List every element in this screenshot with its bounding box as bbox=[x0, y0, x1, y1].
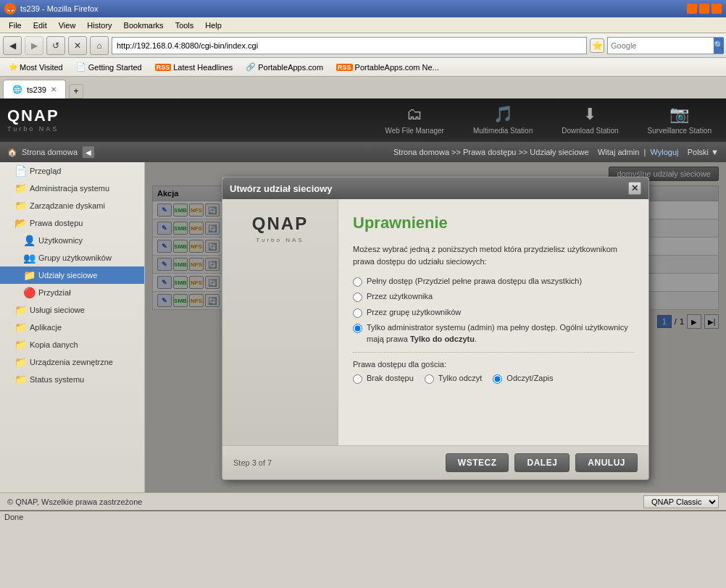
home-button[interactable]: ⌂ bbox=[90, 36, 109, 55]
qnap-header: QNAP Turbo NAS 🗂 Web File Manager 🎵 Mult… bbox=[0, 98, 726, 142]
sidebar-item-urzadzenia[interactable]: 📁 Urządzenia zewnętrzne bbox=[0, 353, 144, 371]
option-full-access: Pełny dostęp (Przydziel pełne prawa dost… bbox=[353, 276, 634, 287]
minimize-btn[interactable] bbox=[687, 4, 697, 14]
tab-ts239[interactable]: 🌐 ts239 ✕ bbox=[3, 80, 66, 98]
radio-admin-only[interactable] bbox=[353, 324, 362, 333]
modal-close-btn[interactable]: ✕ bbox=[628, 182, 641, 195]
language-selector[interactable]: Polski bbox=[688, 148, 709, 156]
logo-tagline: Turbo NAS bbox=[7, 125, 59, 133]
content-area: domyślne udziały sieciowe Akcja bbox=[145, 162, 726, 492]
main-layout: 📄 Przegląd 📁 Administracja systemu 📁 Zar… bbox=[0, 162, 726, 492]
radio-by-user[interactable] bbox=[353, 293, 362, 302]
radio-full-access[interactable] bbox=[353, 277, 362, 287]
modal-title: Utwórz udział sieciowy bbox=[230, 183, 333, 194]
sidebar-item-uslugi[interactable]: 📁 Usługi sieciowe bbox=[0, 301, 144, 319]
qnap-logo: QNAP Turbo NAS bbox=[7, 106, 59, 133]
option-by-group: Przez grupę użytkowników bbox=[353, 307, 634, 318]
logout-link[interactable]: Wyloguj bbox=[650, 148, 678, 156]
guest-section: Prawa dostępu dla gościa: Brak dostępu bbox=[353, 360, 634, 388]
option-admin-only: Tylko administrator systemu (admin) ma p… bbox=[353, 322, 634, 345]
nav-surveillance-station[interactable]: 📷 Surveillance Station bbox=[641, 99, 719, 140]
aplikacje-icon: 📁 bbox=[14, 322, 27, 333]
bookmark-portableapps[interactable]: 🔗 PortableApps.com bbox=[240, 61, 329, 73]
copyright-text: © QNAP, Wszelkie prawa zastrzeżone bbox=[7, 497, 142, 506]
sidebar: 📄 Przegląd 📁 Administracja systemu 📁 Zar… bbox=[0, 162, 145, 492]
tab-bar: 🌐 ts239 ✕ + bbox=[0, 77, 726, 98]
web-file-manager-icon: 🗂 bbox=[406, 105, 422, 124]
sidebar-item-aplikacje[interactable]: 📁 Aplikacje bbox=[0, 319, 144, 336]
radio-read-write[interactable] bbox=[493, 374, 502, 384]
guest-no-access: Brak dostępu bbox=[353, 373, 414, 384]
sidebar-item-prawa[interactable]: 📂 Prawa dostępu bbox=[0, 214, 144, 232]
stop-button[interactable]: ✕ bbox=[68, 36, 87, 55]
cancel-button[interactable]: ANULUJ bbox=[575, 453, 638, 472]
footer-right: QNAP Classic bbox=[643, 495, 719, 508]
home-label[interactable]: Strona domowa bbox=[22, 148, 78, 156]
bookmark-portableapps-ne[interactable]: RSS PortableApps.com Ne... bbox=[330, 62, 445, 73]
surveillance-station-icon: 📷 bbox=[669, 105, 689, 124]
nav-multimedia-station[interactable]: 🎵 Multimedia Station bbox=[466, 99, 540, 140]
home-icon: 🏠 bbox=[7, 148, 17, 157]
qnap-nav: 🗂 Web File Manager 🎵 Multimedia Station … bbox=[74, 99, 719, 140]
menu-edit[interactable]: Edit bbox=[28, 20, 53, 31]
modal-divider bbox=[353, 352, 634, 353]
guest-read-only: Tylko odczyt bbox=[425, 373, 483, 384]
radio-read-only[interactable] bbox=[425, 374, 434, 384]
status-icon: 📁 bbox=[14, 374, 27, 385]
guest-label: Prawa dostępu dla gościa: bbox=[353, 360, 446, 369]
prawa-icon: 📂 bbox=[14, 217, 27, 229]
menu-bookmarks[interactable]: Bookmarks bbox=[118, 20, 170, 31]
sidebar-item-kopia[interactable]: 📁 Kopia danych bbox=[0, 336, 144, 353]
nav-web-file-manager[interactable]: 🗂 Web File Manager bbox=[377, 99, 451, 140]
sidebar-item-przeglad[interactable]: 📄 Przegląd bbox=[0, 162, 144, 180]
collapse-sidebar-btn[interactable]: ◀ bbox=[82, 146, 95, 159]
guest-options: Brak dostępu Tylko odczyt bbox=[353, 373, 634, 388]
footer: © QNAP, Wszelkie prawa zastrzeżone QNAP … bbox=[0, 492, 726, 510]
sidebar-item-administracja[interactable]: 📁 Administracja systemu bbox=[0, 180, 144, 197]
urzadzenia-icon: 📁 bbox=[14, 356, 27, 368]
sidebar-item-grupy[interactable]: 👥 Grupy użytkowników bbox=[0, 249, 144, 266]
breadcrumb-text: Strona domowa >> Prawa dostępu >> Udział… bbox=[393, 148, 589, 156]
readonly-label: Tylko do odczytu bbox=[410, 335, 475, 343]
maximize-btn[interactable] bbox=[699, 4, 709, 14]
modal-sidebar: QNAP Turbo NAS bbox=[222, 199, 338, 445]
tab-label: ts239 bbox=[27, 85, 46, 94]
bookmark-star-btn[interactable]: ⭐ bbox=[590, 38, 604, 53]
browser-toolbar: ◀ ▶ ↺ ✕ ⌂ ⭐ 🔍 bbox=[0, 33, 726, 58]
new-tab-button[interactable]: + bbox=[69, 84, 83, 98]
close-btn[interactable] bbox=[712, 4, 722, 14]
next-button[interactable]: DALEJ bbox=[514, 453, 569, 472]
refresh-button[interactable]: ↺ bbox=[46, 36, 65, 55]
window-title: ts239 - Mozilla Firefox bbox=[20, 4, 99, 13]
forward-button[interactable]: ▶ bbox=[25, 36, 43, 55]
sidebar-item-uzytkownicy[interactable]: 👤 Użytkownicy bbox=[0, 232, 144, 249]
sidebar-item-przydział[interactable]: 🔴 Przydział bbox=[0, 284, 144, 301]
menu-history[interactable]: History bbox=[81, 20, 117, 31]
sidebar-item-status[interactable]: 📁 Status systemu bbox=[0, 371, 144, 388]
app-container: QNAP Turbo NAS 🗂 Web File Manager 🎵 Mult… bbox=[0, 98, 726, 510]
menu-tools[interactable]: Tools bbox=[170, 20, 200, 31]
top-bar-right: Strona domowa >> Prawa dostępu >> Udział… bbox=[393, 148, 719, 156]
menu-help[interactable]: Help bbox=[199, 20, 228, 31]
guest-read-write: Odczyt/Zapis bbox=[493, 373, 553, 384]
sidebar-item-udzialy[interactable]: 📁 Udziały sieciowe bbox=[0, 266, 144, 284]
sidebar-item-zarzadzanie[interactable]: 📁 Zarządzanie dyskami bbox=[0, 197, 144, 214]
tab-close-btn[interactable]: ✕ bbox=[51, 85, 57, 93]
bookmark-getting-started[interactable]: 📄 Getting Started bbox=[70, 61, 148, 73]
address-bar[interactable] bbox=[112, 37, 587, 54]
browser-window: 🦊 ts239 - Mozilla Firefox File Edit View… bbox=[0, 0, 726, 524]
bookmark-most-visited[interactable]: ⭐ Most Visited bbox=[3, 62, 69, 73]
grupy-icon: 👥 bbox=[23, 252, 36, 264]
radio-no-access[interactable] bbox=[353, 374, 362, 384]
nav-download-station[interactable]: ⬇ Download Station bbox=[554, 99, 625, 140]
radio-by-group[interactable] bbox=[353, 308, 362, 318]
menu-view[interactable]: View bbox=[53, 20, 82, 31]
search-input[interactable] bbox=[608, 38, 714, 54]
back-button[interactable]: WSTECZ bbox=[446, 453, 509, 472]
create-share-modal: Utwórz udział sieciowy ✕ QNAP Turbo NAS bbox=[222, 177, 649, 480]
bookmark-latest-headlines[interactable]: RSS Latest Headlines bbox=[149, 62, 238, 73]
theme-selector[interactable]: QNAP Classic bbox=[643, 495, 719, 508]
back-button[interactable]: ◀ bbox=[3, 36, 22, 55]
menu-file[interactable]: File bbox=[3, 20, 28, 31]
search-button[interactable]: 🔍 bbox=[714, 38, 724, 54]
